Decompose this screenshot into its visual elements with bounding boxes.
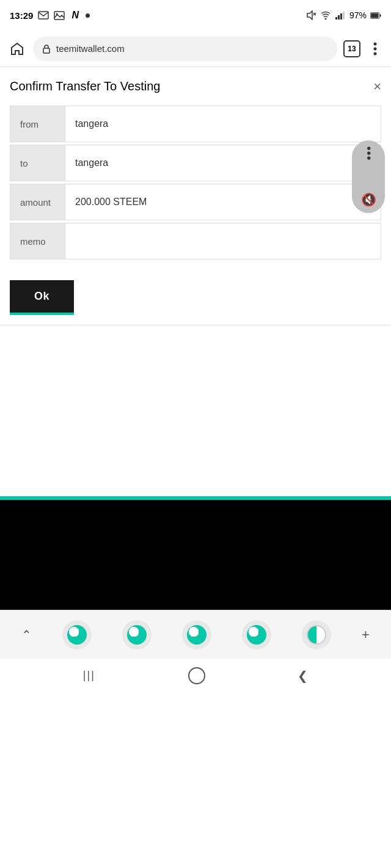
memo-label: memo [10,223,65,259]
n-icon: N [70,10,81,21]
svg-rect-9 [340,13,342,20]
battery-icon [370,10,381,21]
time-label: 13:29 [10,10,33,21]
tab-count[interactable]: 13 [343,40,360,57]
status-bar: 13:29 N [0,0,391,31]
back-button[interactable]: ❮ [298,668,308,683]
tab-2[interactable] [122,620,152,649]
tab-3-icon [187,625,206,645]
email-icon [38,10,49,21]
svg-rect-10 [343,12,345,20]
page-content: Confirm Transfer To Vesting × from tange… [0,67,391,610]
svg-rect-0 [38,12,48,19]
signal-icon [335,10,346,21]
svg-rect-1 [54,12,64,20]
new-tab-button[interactable]: + [362,627,370,643]
wifi-icon [320,10,331,21]
to-label: to [10,145,65,181]
mute-icon [305,10,316,21]
mute-button[interactable]: 🔇 [361,192,376,207]
more-menu-button[interactable] [367,40,384,57]
browser-bar: teemitwallet.com 13 [0,31,391,67]
svg-point-6 [324,18,326,20]
system-nav: ||| ❮ [0,659,391,692]
scroll-up-button[interactable]: ⌃ [21,627,32,642]
to-field: to tangera [10,145,381,181]
tab-5[interactable] [302,620,331,649]
tab-4-icon [247,625,266,645]
from-field: from tangera [10,106,381,142]
status-right: 97% [305,10,381,21]
svg-point-15 [374,42,377,45]
from-value: tangera [65,106,381,142]
white-area [0,325,391,496]
tab-1-icon [67,625,87,645]
bottom-tab-bar: ⌃ + [0,610,391,659]
lock-icon [42,44,51,54]
svg-rect-14 [43,48,49,53]
to-value: tangera [65,145,381,181]
svg-rect-12 [371,13,378,18]
dots-menu-button[interactable]: ••• [361,146,375,161]
close-button[interactable]: × [373,80,381,93]
from-label: from [10,106,65,142]
tab-4[interactable] [242,620,271,649]
tab-3[interactable] [182,620,211,649]
tab-2-icon [127,625,147,645]
home-system-button[interactable] [188,667,205,684]
url-bar[interactable]: teemitwallet.com [33,37,337,61]
battery-label: 97% [349,10,367,20]
black-area [0,500,391,610]
amount-value: 200.000 STEEM [65,184,381,220]
tab-5-icon [307,625,326,645]
svg-rect-7 [335,17,337,20]
image-icon [54,10,65,21]
dialog-header: Confirm Transfer To Vesting × [10,79,381,93]
svg-marker-3 [307,11,312,20]
tab-1[interactable] [62,620,92,649]
url-text: teemitwallet.com [56,43,125,54]
memo-field: memo [10,223,381,259]
svg-rect-13 [380,14,381,16]
floating-menu: ••• 🔇 [352,140,385,213]
dot-indicator [86,13,90,18]
recent-apps-button[interactable]: ||| [83,669,95,682]
ok-button[interactable]: Ok [10,280,74,313]
svg-point-16 [374,47,377,50]
confirm-dialog: Confirm Transfer To Vesting × from tange… [0,67,391,325]
status-left: 13:29 N [10,10,90,21]
memo-value[interactable] [65,223,381,259]
dialog-title: Confirm Transfer To Vesting [10,79,160,93]
svg-point-17 [374,52,377,55]
amount-field: amount 200.000 STEEM [10,184,381,220]
svg-rect-8 [338,15,340,20]
home-button[interactable] [7,39,27,59]
amount-label: amount [10,184,65,220]
